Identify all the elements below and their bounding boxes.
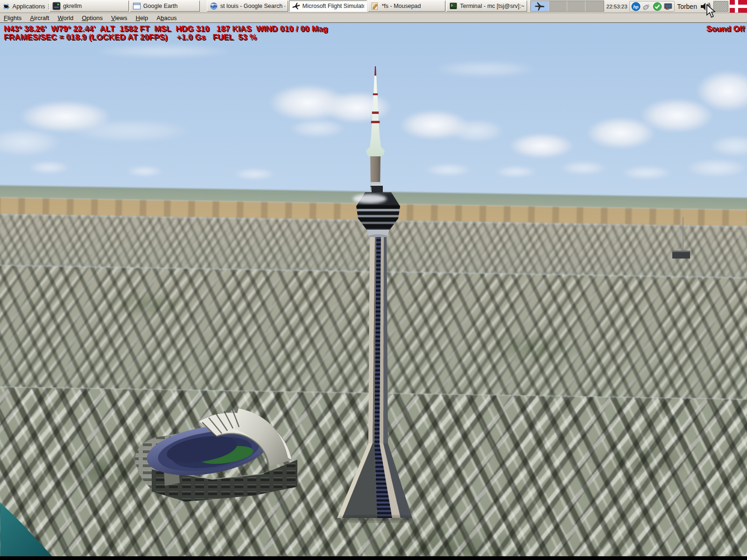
taskbar-window-label: gkrellm [63,3,82,9]
taskbar-window-label: Google Earth [143,3,178,9]
workspace-plane-icon [535,1,545,11]
google-earth-icon [133,2,141,10]
menu-abacus[interactable]: Abacus [152,14,181,21]
xfce-mouse-icon [2,1,10,12]
taskbar-window-browser[interactable]: st louis - Google Search - I... [207,0,288,12]
applications-label: Applications [12,3,45,10]
taskbar-window-flight-simulator[interactable]: Microsoft Flight Simulator ... [289,0,367,12]
sound-status-label: Sound Off [706,24,745,34]
hp-icon[interactable]: hp [631,2,641,11]
taskbar-window-mousepad[interactable]: *fs - Mousepad [368,0,445,12]
mouse-cursor [705,4,717,18]
workspace-2[interactable] [549,1,567,11]
menu-options[interactable]: Options [78,14,107,21]
taskbar-window-label: *fs - Mousepad [381,3,421,9]
terminal-icon [449,2,458,10]
svg-text:hp: hp [634,4,639,9]
workspace-4[interactable] [585,1,604,11]
rogers-centre-stadium [128,399,301,511]
usb-device-icon[interactable] [642,2,651,11]
menu-flights[interactable]: Flights [0,14,26,21]
applications-menu-button[interactable]: Applications [0,0,49,13]
mousepad-notes-icon [371,2,379,10]
taskbar-window-terminal[interactable]: Terminal - mc [tsj@srv]:~/... [446,0,527,12]
taskbar-window-label: st louis - Google Search - I... [220,3,285,9]
taskbar-window-google-earth[interactable]: Google Earth [130,0,200,12]
workspace-switcher [530,0,604,12]
gkrellm-icon [52,2,61,10]
panel-clock[interactable]: 22:53:23 [606,0,627,13]
flight-sim-view[interactable]: N43* 38.26' W79* 22.44' ALT 1582 FT MSL … [0,23,747,558]
menu-views[interactable]: Views [107,14,131,21]
taskbar-window-label: Terminal - mc [tsj@srv]:~/... [460,3,524,9]
browser-globe-icon [210,2,218,10]
desktop-screen: Applications gkrellm Google Earth st lou… [0,0,747,560]
flight-simulator-plane-icon [292,2,300,10]
cn-tower [327,65,420,525]
taskbar-window-gkrellm[interactable]: gkrellm [49,0,129,12]
remote-display-icon[interactable] [663,2,673,11]
hud-frames-line: FRAMES/SEC = 018.9 (LOCKED AT 20FPS) +1.… [4,33,257,42]
user-name-label: Torben [677,0,698,13]
menu-world[interactable]: World [53,14,78,21]
menu-help[interactable]: Help [132,14,153,21]
workspace-3[interactable] [567,1,585,11]
updates-ok-icon[interactable] [653,2,662,11]
menu-aircraft[interactable]: Aircraft [26,14,53,21]
hud-position-line: N43* 38.26' W79* 22.44' ALT 1582 FT MSL … [4,24,328,34]
danish-flag-icon[interactable] [730,0,747,13]
taskbar-window-label: Microsoft Flight Simulator ... [303,3,365,9]
workspace-1-active[interactable] [531,1,549,11]
flight-sim-menubar: Flights Aircraft World Options Views Hel… [0,13,747,23]
radio-mast-building [672,234,691,245]
system-tray: hp [629,1,675,12]
taskbar: Applications gkrellm Google Earth st lou… [0,0,747,13]
